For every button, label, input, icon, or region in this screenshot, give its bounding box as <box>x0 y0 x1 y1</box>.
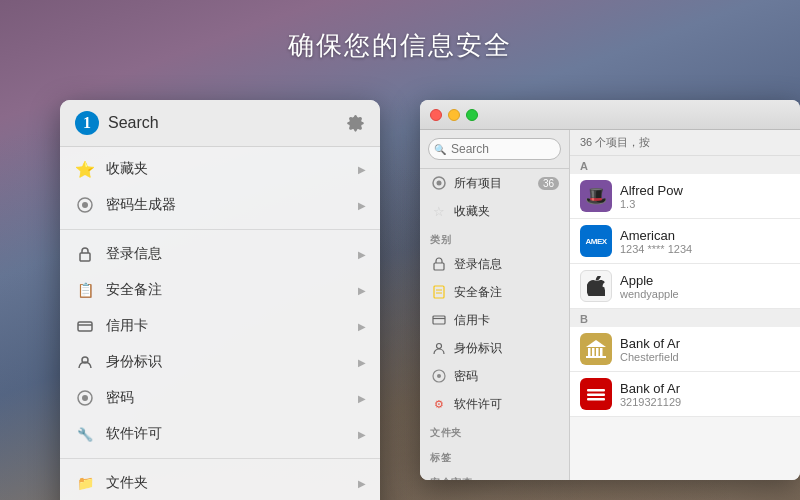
svg-point-20 <box>437 374 441 378</box>
amex-text: AMEX <box>585 237 606 246</box>
sidebar-section-categories: 类别 <box>420 225 569 250</box>
identities-label: 身份标识 <box>106 353 358 371</box>
search-wrap: 🔍 <box>428 138 561 160</box>
password-gen-label: 密码生成器 <box>106 196 358 214</box>
svg-rect-5 <box>78 322 92 331</box>
apple-icon <box>580 270 612 302</box>
entry-amex[interactable]: AMEX American 1234 **** 1234 <box>570 219 800 264</box>
svg-rect-13 <box>434 286 444 298</box>
apple-sub: wendyapple <box>620 288 790 300</box>
software-label: 软件许可 <box>106 425 358 443</box>
chevron-icon: ▶ <box>358 357 366 368</box>
bank2-name: Bank of Ar <box>620 381 790 396</box>
bank1-info: Bank of Ar Chesterfield <box>620 336 790 363</box>
dropdown-item-logins[interactable]: 登录信息 ▶ <box>60 236 380 272</box>
chevron-icon: ▶ <box>358 429 366 440</box>
amex-sub: 1234 **** 1234 <box>620 243 790 255</box>
all-items-badge: 36 <box>538 177 559 190</box>
traffic-lights <box>430 109 478 121</box>
sidebar: 🔍 所有项目 36 ☆ 收藏夹 类别 <box>420 130 570 480</box>
sidebar-item-favorites[interactable]: ☆ 收藏夹 <box>420 197 569 225</box>
secure-notes-sidebar-label: 安全备注 <box>454 284 559 301</box>
folders-label: 文件夹 <box>106 474 358 492</box>
logins-sidebar-icon <box>430 255 448 273</box>
sidebar-folders-header: 文件夹 <box>420 418 569 443</box>
software-sidebar-icon: ⚙ <box>430 395 448 413</box>
dropdown-item-passwords[interactable]: 密码 ▶ <box>60 380 380 416</box>
app-window: 🔍 所有项目 36 ☆ 收藏夹 类别 <box>420 100 800 480</box>
dropdown-item-secure-notes[interactable]: 📋 安全备注 ▶ <box>60 272 380 308</box>
svg-rect-21 <box>588 348 591 356</box>
gear-icon[interactable] <box>346 113 366 133</box>
secure-notes-icon: 📋 <box>74 279 96 301</box>
sidebar-item-all[interactable]: 所有项目 36 <box>420 169 569 197</box>
content-header: 36 个项目，按 <box>570 130 800 156</box>
sidebar-item-identities[interactable]: 身份标识 <box>420 334 569 362</box>
alfred-sub: 1.3 <box>620 198 790 210</box>
all-items-icon <box>430 174 448 192</box>
close-button[interactable] <box>430 109 442 121</box>
logins-sidebar-label: 登录信息 <box>454 256 559 273</box>
entry-bank1[interactable]: Bank of Ar Chesterfield <box>570 327 800 372</box>
divider-1 <box>60 229 380 230</box>
chevron-icon: ▶ <box>358 164 366 175</box>
favorites-icon: ⭐ <box>74 158 96 180</box>
chevron-icon: ▶ <box>358 249 366 260</box>
dropdown-section-3: 📁 文件夹 ▶ 🏷 标签 ▶ <box>60 461 380 500</box>
bank1-name: Bank of Ar <box>620 336 790 351</box>
svg-point-11 <box>437 181 442 186</box>
svg-marker-25 <box>586 340 606 347</box>
dropdown-item-folders[interactable]: 📁 文件夹 ▶ <box>60 465 380 500</box>
amex-icon: AMEX <box>580 225 612 257</box>
passwords-sidebar-icon <box>430 367 448 385</box>
dropdown-section-1: ⭐ 收藏夹 ▶ 密码生成器 ▶ <box>60 147 380 227</box>
search-input[interactable] <box>428 138 561 160</box>
sidebar-item-secure-notes[interactable]: 安全备注 <box>420 278 569 306</box>
folders-icon: 📁 <box>74 472 96 494</box>
bank2-sub: 3219321129 <box>620 396 790 408</box>
sidebar-item-logins[interactable]: 登录信息 <box>420 250 569 278</box>
dropdown-item-credit-cards[interactable]: 信用卡 ▶ <box>60 308 380 344</box>
passwords-sidebar-label: 密码 <box>454 368 559 385</box>
chevron-icon: ▶ <box>358 393 366 404</box>
identities-sidebar-icon <box>430 339 448 357</box>
sidebar-item-passwords[interactable]: 密码 <box>420 362 569 390</box>
svg-rect-16 <box>433 316 445 324</box>
secure-notes-sidebar-icon <box>430 283 448 301</box>
secure-notes-label: 安全备注 <box>106 281 358 299</box>
svg-rect-26 <box>586 356 606 358</box>
dropdown-item-software[interactable]: 🔧 软件许可 ▶ <box>60 416 380 452</box>
svg-rect-24 <box>600 348 603 356</box>
dropdown-item-favorites[interactable]: ⭐ 收藏夹 ▶ <box>60 151 380 187</box>
dropdown-menu: 1 Search ⭐ 收藏夹 ▶ 密码生成器 ▶ 登录信息 <box>60 100 380 500</box>
entry-bank2[interactable]: Bank of Ar 3219321129 <box>570 372 800 417</box>
entry-alfred[interactable]: 🎩 Alfred Pow 1.3 <box>570 174 800 219</box>
sidebar-tags-header: 标签 <box>420 443 569 468</box>
svg-rect-23 <box>596 348 599 356</box>
window-titlebar <box>420 100 800 130</box>
logins-label: 登录信息 <box>106 245 358 263</box>
all-items-label: 所有项目 <box>454 175 538 192</box>
alfred-name: Alfred Pow <box>620 183 790 198</box>
maximize-button[interactable] <box>466 109 478 121</box>
chevron-icon: ▶ <box>358 321 366 332</box>
credit-cards-icon <box>74 315 96 337</box>
minimize-button[interactable] <box>448 109 460 121</box>
dropdown-header: 1 Search <box>60 100 380 147</box>
bank1-sub: Chesterfield <box>620 351 790 363</box>
sidebar-item-credit-cards[interactable]: 信用卡 <box>420 306 569 334</box>
content-area: 36 个项目，按 A 🎩 Alfred Pow 1.3 AMEX America… <box>570 130 800 480</box>
bank1-icon <box>580 333 612 365</box>
entry-apple[interactable]: Apple wendyapple <box>570 264 800 309</box>
sidebar-item-software[interactable]: ⚙ 软件许可 <box>420 390 569 418</box>
divider-2 <box>60 458 380 459</box>
svg-rect-27 <box>587 389 605 392</box>
onepassword-logo: 1 <box>74 110 100 136</box>
svg-point-3 <box>82 202 88 208</box>
passwords-icon <box>74 387 96 409</box>
alfred-info: Alfred Pow 1.3 <box>620 183 790 210</box>
dropdown-item-identities[interactable]: 身份标识 ▶ <box>60 344 380 380</box>
svg-rect-4 <box>80 253 90 261</box>
svg-point-9 <box>82 395 88 401</box>
dropdown-item-password-gen[interactable]: 密码生成器 ▶ <box>60 187 380 223</box>
